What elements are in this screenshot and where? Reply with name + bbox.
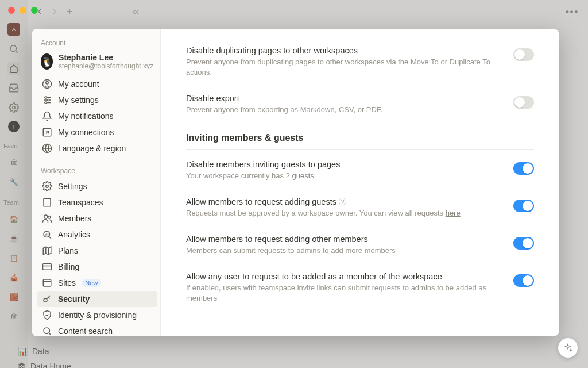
- search-icon: [42, 326, 52, 336]
- window-zoom-icon[interactable]: [31, 7, 38, 14]
- guests-count-link[interactable]: 2 guests: [286, 171, 314, 180]
- svg-point-6: [46, 82, 49, 85]
- svg-point-25: [44, 215, 48, 218]
- svg-rect-18: [44, 198, 51, 206]
- svg-line-41: [49, 333, 51, 335]
- setting-desc: Prevent anyone from exporting as Markdow…: [186, 105, 496, 115]
- setting-allow-any-user-request: Allow any user to request to be added as…: [186, 264, 534, 312]
- new-badge: New: [82, 279, 101, 287]
- svg-point-40: [44, 328, 50, 334]
- user-circle-icon: [42, 79, 52, 89]
- svg-rect-37: [43, 279, 51, 286]
- setting-desc: If enabled, users with teamspace invite …: [186, 283, 496, 304]
- toggle-allow-request-guests[interactable]: [513, 200, 534, 212]
- setting-desc: Members can submit requests to admins to…: [186, 246, 496, 256]
- browser-icon: [42, 278, 52, 288]
- sliders-icon: [42, 95, 52, 105]
- setting-allow-request-guests: Allow members to request adding guests? …: [186, 189, 534, 227]
- profile-email: stephanie@toolsforthought.xyz: [59, 62, 153, 70]
- sidebar-item-content-search[interactable]: Content search: [37, 323, 157, 336]
- setting-allow-request-members: Allow members to request adding other me…: [186, 227, 534, 264]
- building-icon: [42, 197, 52, 208]
- toggle-allow-request-members[interactable]: [513, 237, 534, 250]
- section-heading-inviting: Inviting members & guests: [186, 133, 534, 150]
- requests-here-link[interactable]: here: [446, 209, 461, 217]
- sidebar-item-my-account[interactable]: My account: [37, 76, 157, 92]
- sidebar-item-language-region[interactable]: Language & region: [37, 140, 157, 156]
- sidebar-item-my-connections[interactable]: My connections: [37, 124, 157, 140]
- toggle-disable-duplicating[interactable]: [513, 48, 534, 61]
- profile-name: Stephanie Lee: [59, 53, 153, 62]
- globe-icon: [42, 143, 52, 154]
- toggle-allow-any-user-request[interactable]: [513, 274, 534, 287]
- ai-sparkle-button[interactable]: [558, 338, 578, 358]
- setting-disable-export: Disable export Prevent anyone from expor…: [186, 86, 534, 123]
- setting-title: Disable members inviting guests to pages: [186, 160, 496, 169]
- window-close-icon[interactable]: [8, 7, 15, 14]
- setting-title: Disable export: [186, 94, 496, 103]
- sidebar-item-my-notifications[interactable]: My notifications: [37, 108, 157, 124]
- svg-marker-32: [43, 247, 51, 255]
- svg-point-10: [45, 97, 47, 98]
- settings-panel: Disable duplicating pages to other works…: [161, 29, 559, 336]
- setting-title: Allow any user to request to be added as…: [186, 272, 496, 281]
- sidebar-item-analytics[interactable]: Analytics: [37, 227, 157, 243]
- sidebar-item-identity-provisioning[interactable]: Identity & provisioning: [37, 307, 157, 323]
- svg-point-17: [46, 185, 49, 188]
- svg-point-39: [44, 298, 47, 302]
- sidebar-item-billing[interactable]: Billing: [37, 259, 157, 275]
- setting-title: Disable duplicating pages to other works…: [186, 46, 496, 55]
- setting-desc: Your workspace currently has 2 guests: [186, 171, 496, 181]
- sidebar-item-my-settings[interactable]: My settings: [37, 92, 157, 108]
- setting-disable-duplicating: Disable duplicating pages to other works…: [186, 38, 534, 86]
- setting-desc: Prevent anyone from duplicating pages to…: [186, 57, 496, 78]
- help-icon[interactable]: ?: [339, 198, 346, 205]
- profile-block[interactable]: 🐧 Stephanie Lee stephanie@toolsforthough…: [37, 51, 157, 76]
- map-icon: [42, 246, 52, 256]
- sparkle-icon: [563, 343, 573, 353]
- bell-icon: [42, 111, 52, 121]
- settings-modal: Account 🐧 Stephanie Lee stephanie@toolsf…: [32, 29, 559, 336]
- credit-card-icon: [42, 262, 52, 272]
- shield-check-icon: [42, 310, 52, 320]
- setting-desc: Requests must be approved by a workspace…: [186, 208, 496, 218]
- sidebar-item-teamspaces[interactable]: Teamspaces: [37, 194, 157, 210]
- svg-rect-35: [43, 264, 52, 270]
- svg-line-28: [49, 236, 51, 239]
- key-icon: [42, 294, 52, 304]
- setting-title: Allow members to request adding guests?: [186, 197, 496, 206]
- avatar: 🐧: [41, 53, 53, 70]
- svg-point-12: [45, 102, 47, 103]
- sidebar-item-security[interactable]: Security: [37, 291, 157, 307]
- svg-point-11: [48, 99, 49, 101]
- sidebar-item-settings[interactable]: Settings: [37, 178, 157, 194]
- toggle-disable-export[interactable]: [513, 96, 534, 109]
- sidebar-item-plans[interactable]: Plans: [37, 243, 157, 259]
- window-controls[interactable]: [8, 7, 38, 14]
- gear-icon: [42, 181, 52, 191]
- sidebar-item-members[interactable]: Members: [37, 210, 157, 227]
- section-label-account: Account: [37, 37, 157, 51]
- setting-disable-invite-guests: Disable members inviting guests to pages…: [186, 152, 534, 189]
- arrow-up-right-square-icon: [42, 127, 52, 137]
- window-minimize-icon[interactable]: [20, 7, 26, 14]
- svg-point-26: [48, 216, 51, 219]
- setting-title: Allow members to request adding other me…: [186, 235, 496, 244]
- section-label-workspace: Workspace: [37, 164, 157, 178]
- settings-sidebar: Account 🐧 Stephanie Lee stephanie@toolsf…: [32, 29, 161, 336]
- toggle-disable-invite-guests[interactable]: [513, 162, 534, 175]
- chart-icon: [42, 229, 52, 240]
- sidebar-item-sites[interactable]: SitesNew: [37, 275, 157, 291]
- people-icon: [42, 213, 52, 224]
